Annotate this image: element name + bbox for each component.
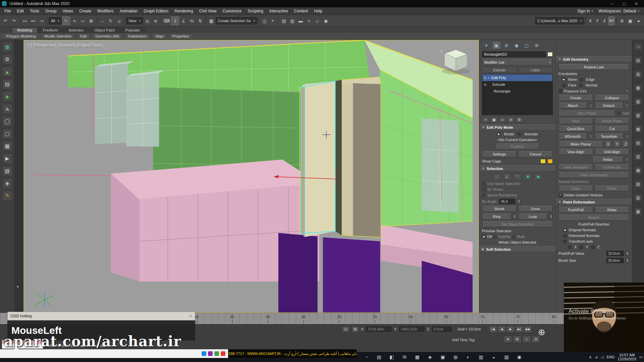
spinner-icon[interactable]: [517, 199, 521, 204]
msmooth-button[interactable]: MSmooth: [558, 133, 587, 139]
axis-x-button[interactable]: X: [587, 16, 594, 25]
spinner-snap-icon[interactable]: ⇅: [196, 16, 204, 25]
home-icon[interactable]: ⌂: [440, 49, 442, 53]
remove-modifier-icon[interactable]: ⊘: [507, 117, 515, 123]
select-and-move-icon[interactable]: ↔: [98, 16, 106, 25]
left-tool-sphere-icon[interactable]: ◍: [2, 42, 12, 52]
spinner-icon[interactable]: [549, 214, 553, 219]
collapse-button[interactable]: Collapse: [595, 95, 629, 101]
loop-button[interactable]: Loop: [518, 214, 547, 220]
constraint-edge-radio[interactable]: [580, 78, 583, 81]
stack-row-edit-poly[interactable]: ⊙ ▸ Edit Poly: [482, 74, 552, 81]
stack-row-rectangle[interactable]: Rectangle: [482, 88, 552, 95]
modifier-stack[interactable]: ⊙ ▸ Edit Poly ⊙ Extrude Rectangle: [482, 74, 553, 115]
slice-button[interactable]: Slice: [558, 118, 593, 124]
menu-customize[interactable]: Customize: [220, 8, 245, 14]
strip-tool-icon[interactable]: ▦: [634, 84, 642, 92]
axis-xy-button[interactable]: XY: [608, 16, 615, 25]
repeat-last-button[interactable]: Repeat Last: [558, 64, 629, 70]
render-setup-icon[interactable]: ⚙: [618, 16, 626, 25]
taskbar-app-icon[interactable]: ▥: [476, 352, 486, 362]
axis-y-button[interactable]: Y: [594, 16, 601, 25]
preview-off-radio[interactable]: [482, 235, 486, 239]
grid-align-button[interactable]: Grid Align: [595, 149, 629, 155]
left-tool-grid-icon[interactable]: ▦: [2, 141, 12, 151]
grow-button[interactable]: Grow: [518, 206, 553, 212]
preview-subobj-radio[interactable]: [493, 235, 497, 239]
tab-create-icon[interactable]: ✛: [483, 42, 490, 49]
hide-selected-button[interactable]: Hide Selected: [558, 164, 593, 170]
tab-utilities-icon[interactable]: ⚙: [533, 42, 540, 49]
material-editor-icon[interactable]: ◉: [322, 16, 330, 25]
tab-freeform[interactable]: Freeform: [38, 27, 63, 33]
original-normals-radio[interactable]: [563, 228, 567, 232]
left-tool-panel-icon[interactable]: ▧: [2, 166, 12, 176]
strip-tool-icon[interactable]: ▥: [634, 70, 642, 78]
menu-content[interactable]: Content: [291, 8, 311, 14]
select-by-name-icon[interactable]: ≡: [70, 16, 78, 25]
rollout-edit-geometry[interactable]: ▼Edit Geometry: [556, 56, 632, 62]
get-stack-selection-button[interactable]: Get Stack Selection: [482, 221, 553, 227]
relax-button[interactable]: Relax: [592, 157, 623, 163]
paste-button[interactable]: Paste: [595, 185, 629, 191]
angle-snap-icon[interactable]: ∠: [179, 16, 187, 25]
model-radio[interactable]: [497, 132, 500, 136]
left-tool-tree-icon[interactable]: ♣: [2, 92, 12, 102]
tab-modify-icon[interactable]: ▣: [493, 42, 500, 49]
minimize-icon[interactable]: ─: [606, 1, 618, 7]
go-to-start-icon[interactable]: |◀: [489, 326, 497, 333]
panel-properties[interactable]: Properties: [169, 33, 193, 39]
taskbar-app-icon[interactable]: ▤: [374, 352, 384, 362]
spinner-icon[interactable]: [626, 251, 629, 256]
redo-icon[interactable]: ↷: [10, 16, 18, 25]
panel-align[interactable]: Align: [152, 33, 167, 39]
left-tool-text-icon[interactable]: A: [2, 104, 12, 114]
deformed-normals-radio[interactable]: [563, 234, 567, 238]
select-and-manipulate-icon[interactable]: ⊚: [152, 16, 160, 25]
nav-gizmo-icon[interactable]: ⊕: [538, 327, 545, 338]
menu-interactive[interactable]: Interactive: [266, 8, 291, 14]
vertex-subobject-icon[interactable]: ∴: [493, 173, 501, 180]
push-pull-value-field[interactable]: 10.0cm: [606, 251, 624, 256]
volume-icon[interactable]: ◁: [601, 355, 603, 359]
edit-named-selections-icon[interactable]: ▦: [207, 16, 215, 25]
edge-subobject-icon[interactable]: ∠: [503, 173, 511, 180]
rollout-soft-selection[interactable]: ▶Soft Selection: [479, 246, 555, 252]
unlink-selection-icon[interactable]: ⊷: [29, 16, 37, 25]
detach-settings-icon[interactable]: [625, 104, 629, 108]
taskbar-app-icon[interactable]: ▦: [413, 352, 422, 362]
visibility-eye-icon[interactable]: ⊙: [484, 82, 487, 87]
make-unique-icon[interactable]: ∞: [499, 117, 506, 123]
strip-tool-icon[interactable]: ▨: [634, 111, 642, 119]
y-coordinate-field[interactable]: 1463.223c: [399, 326, 425, 332]
cage-selected-color-swatch[interactable]: [547, 159, 553, 164]
curve-editor-icon[interactable]: ∿: [305, 16, 313, 25]
polygon-subobject-icon[interactable]: ■: [524, 173, 532, 180]
menu-scripting[interactable]: Scripting: [245, 8, 266, 14]
zoom-all-icon[interactable]: ⊞: [513, 336, 521, 343]
select-region-icon[interactable]: ▭: [79, 16, 87, 25]
play-icon[interactable]: ▶: [506, 326, 515, 333]
tab-object-paint[interactable]: Object Paint: [90, 27, 120, 33]
taskbar-app-icon[interactable]: ◧: [387, 352, 396, 362]
slice-plane-button[interactable]: Slice Plane: [558, 110, 615, 116]
strip-tool-icon[interactable]: ▩: [634, 125, 642, 133]
modifier-shortcut-extrude[interactable]: Extrude: [482, 67, 517, 73]
menu-modifiers[interactable]: Modifiers: [94, 8, 117, 14]
modifier-shortcut-lathe[interactable]: Lathe: [518, 67, 553, 73]
tan-panel-object[interactable]: [342, 77, 381, 237]
commit-button[interactable]: Commit: [496, 143, 539, 149]
relax-settings-icon[interactable]: [625, 158, 629, 162]
rollout-paint-deformation[interactable]: ▼Paint Deformation: [556, 199, 632, 205]
mirror-icon[interactable]: ◫: [260, 16, 268, 25]
left-tool-list-icon[interactable]: ▤: [2, 79, 12, 89]
strip-tool-icon[interactable]: ▩: [634, 207, 642, 216]
strip-collapse-icon[interactable]: ◃: [634, 43, 642, 51]
taskbar-app-icon[interactable]: ▣: [438, 352, 447, 362]
sign-in-button[interactable]: Sign In▾: [577, 9, 593, 13]
cut-button[interactable]: Cut: [595, 126, 629, 132]
select-and-rotate-icon[interactable]: ↻: [107, 16, 115, 25]
shrink-button[interactable]: Shrink: [482, 206, 517, 212]
render-production-icon[interactable]: ●: [635, 16, 643, 25]
brush-size-field[interactable]: 20.0cm: [606, 258, 624, 263]
